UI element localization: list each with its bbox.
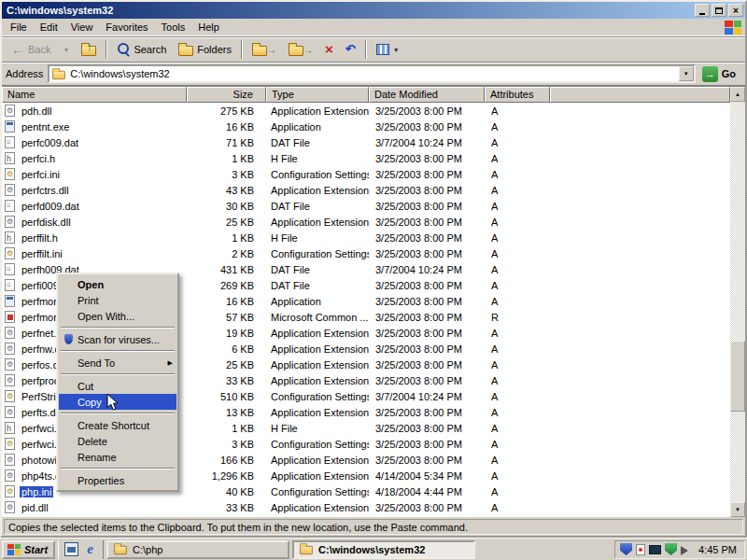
file-size: 3 KB xyxy=(187,439,266,450)
search-button[interactable]: Search xyxy=(111,38,172,61)
file-size: 16 KB xyxy=(187,121,266,133)
context-menu-item[interactable]: Print ▶ xyxy=(59,292,176,308)
file-row[interactable]: perffilt.h 1 KB H File 3/25/2003 8:00 PM… xyxy=(2,230,730,245)
file-row[interactable]: perfd009.dat 30 KB DAT File 3/25/2003 8:… xyxy=(2,198,730,214)
file-size: 431 KB xyxy=(187,264,266,275)
file-name-cell: perfdisk.dll xyxy=(2,216,187,228)
file-row[interactable]: perfctrs.dll 43 KB Application Extension… xyxy=(2,182,730,198)
vertical-scrollbar[interactable]: ▲ ▼ xyxy=(730,87,745,517)
column-header-type[interactable]: Type xyxy=(266,87,369,103)
file-row[interactable]: perfc009.dat 71 KB DAT File 3/7/2004 10:… xyxy=(2,134,730,150)
tray-icon[interactable] xyxy=(649,545,661,554)
menubar-item[interactable]: Favorites xyxy=(99,20,154,35)
maximize-button[interactable] xyxy=(712,4,726,17)
context-menu-item[interactable]: Scan for viruses... ▶ xyxy=(59,331,176,347)
folders-button[interactable]: Folders xyxy=(173,38,237,61)
file-row[interactable]: pdh.dll 275 KB Application Extension 3/2… xyxy=(2,103,730,119)
file-name: perfci.ini xyxy=(20,169,62,180)
scrollbar-thumb[interactable] xyxy=(730,341,745,412)
context-menu-item[interactable]: Properties ▶ xyxy=(59,472,176,488)
file-row[interactable]: perffilt.ini 2 KB Configuration Settings… xyxy=(2,245,730,261)
minimize-button[interactable] xyxy=(695,4,710,17)
context-menu-item[interactable]: Open ▶ xyxy=(59,276,176,292)
move-to-button[interactable]: → xyxy=(247,38,282,61)
context-menu-item[interactable]: ▶ xyxy=(61,413,175,414)
file-type: Configuration Settings xyxy=(266,486,369,497)
file-name-cell: perfci.ini xyxy=(2,168,187,180)
taskbar: Start C:\php C:\windows\system32 xyxy=(0,538,747,560)
menubar-item[interactable]: Help xyxy=(191,20,226,35)
file-attributes: A xyxy=(485,296,550,307)
delete-button[interactable]: × xyxy=(319,38,339,61)
file-row[interactable]: perfci.ini 3 KB Configuration Settings 3… xyxy=(2,166,730,182)
menubar-item[interactable]: Edit xyxy=(34,20,64,35)
tray-icon[interactable] xyxy=(681,546,693,555)
file-icon xyxy=(5,422,15,434)
column-header-size[interactable]: Size xyxy=(187,87,266,103)
context-menu-item[interactable]: Copy ▶ xyxy=(59,394,176,410)
file-size: 13 KB xyxy=(187,407,266,418)
address-folder-icon xyxy=(53,70,66,78)
file-size: 2 KB xyxy=(187,248,266,259)
file-date-modified: 3/25/2003 8:00 PM xyxy=(369,502,485,513)
file-name: php.ini xyxy=(20,486,53,497)
column-header-date-modified[interactable]: Date Modified xyxy=(369,87,485,103)
close-button[interactable]: × xyxy=(728,4,743,17)
context-menu-item[interactable]: ▶ xyxy=(61,468,175,469)
start-button[interactable]: Start xyxy=(2,540,55,559)
address-dropdown-button[interactable]: ▼ xyxy=(679,66,694,81)
file-row[interactable]: perfdisk.dll 25 KB Application Extension… xyxy=(2,214,730,230)
address-input[interactable]: C:\windows\system32 ▼ xyxy=(48,64,695,83)
tray-icon[interactable] xyxy=(636,544,645,555)
context-menu-item[interactable]: Create Shortcut ▶ xyxy=(59,417,176,433)
context-menu-item[interactable]: Cut ▶ xyxy=(59,378,176,394)
context-menu-item[interactable]: ▶ xyxy=(61,350,175,352)
tray-icon[interactable] xyxy=(620,543,632,555)
file-row[interactable]: pid.dll 33 KB Application Extension 3/25… xyxy=(2,499,730,515)
context-menu-item[interactable]: ▶ xyxy=(61,373,175,375)
file-size: 269 KB xyxy=(187,280,266,291)
copy-to-button[interactable]: → xyxy=(283,38,318,61)
file-size: 25 KB xyxy=(187,217,266,228)
file-date-modified: 3/25/2003 8:00 PM xyxy=(369,375,485,386)
taskbar-task-button[interactable]: C:\php xyxy=(106,540,289,559)
go-button[interactable]: → Go xyxy=(700,66,741,82)
file-attributes: A xyxy=(485,201,550,212)
quick-launch-icon[interactable] xyxy=(64,542,78,556)
column-header-attributes[interactable]: Attributes xyxy=(485,87,550,103)
back-dropdown-button[interactable]: ▼ xyxy=(57,38,75,61)
caption-buttons: × xyxy=(695,4,743,17)
file-date-modified: 3/7/2004 10:24 PM xyxy=(369,137,485,148)
file-date-modified: 3/25/2003 8:00 PM xyxy=(369,455,485,466)
file-attributes: A xyxy=(485,248,550,259)
views-button[interactable]: ▼ xyxy=(371,38,405,61)
up-button[interactable] xyxy=(76,38,102,61)
taskbar-task-button[interactable]: C:\windows\system32 xyxy=(292,540,475,559)
file-row[interactable]: pentnt.exe 16 KB Application 3/25/2003 8… xyxy=(2,119,730,134)
file-attributes: A xyxy=(485,391,550,402)
context-menu-item[interactable]: Open With... ▶ xyxy=(59,308,176,324)
back-label: Back xyxy=(28,44,50,55)
menubar-item[interactable]: View xyxy=(64,20,100,35)
quick-launch-icon[interactable] xyxy=(83,542,97,556)
file-name-cell: perffilt.h xyxy=(2,231,187,244)
file-attributes: A xyxy=(485,470,550,482)
file-row[interactable]: perfci.h 1 KB H File 3/25/2003 8:00 PM A xyxy=(2,150,730,166)
back-button[interactable]: ← Back xyxy=(6,38,56,61)
tray-icon[interactable] xyxy=(665,543,677,555)
context-menu-item[interactable]: Delete ▶ xyxy=(59,433,176,449)
file-icon xyxy=(5,343,15,355)
menubar-item[interactable]: File xyxy=(4,20,34,35)
scroll-up-button[interactable]: ▲ xyxy=(730,87,745,102)
undo-button[interactable]: ↶ xyxy=(340,38,361,61)
file-icon xyxy=(5,120,15,133)
toolbar-separator xyxy=(365,40,367,59)
scroll-down-button[interactable]: ▼ xyxy=(730,502,745,517)
context-menu-item[interactable]: ▶ xyxy=(61,327,175,329)
context-menu-item[interactable]: Send To ▶ xyxy=(59,355,176,371)
task-label: C:\php xyxy=(133,544,162,555)
column-header-name[interactable]: Name xyxy=(2,87,187,103)
menubar-item[interactable]: Tools xyxy=(155,20,192,35)
file-attributes: A xyxy=(485,280,550,291)
context-menu-item[interactable]: Rename ▶ xyxy=(59,449,176,465)
